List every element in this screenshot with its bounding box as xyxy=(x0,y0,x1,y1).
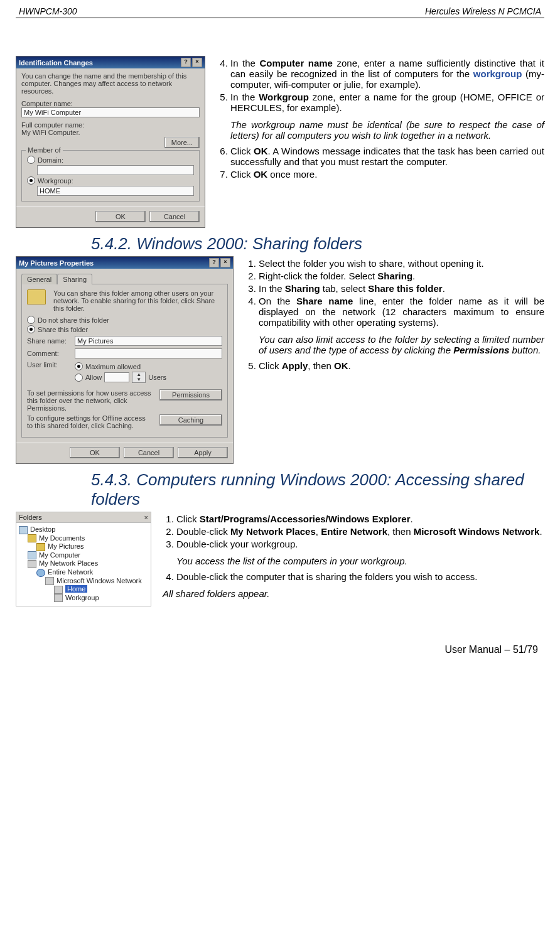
page-header: HWNPCM-300 Hercules Wireless N PCMCIA xyxy=(16,6,544,18)
step-3: In the Sharing tab, select Share this fo… xyxy=(259,283,544,294)
page-footer: User Manual – 51/79 xyxy=(16,644,544,655)
tree-item-my-documents[interactable]: My Documents xyxy=(18,534,149,543)
workgroup-label: Workgroup: xyxy=(38,177,73,185)
step-3: Double-click your workgroup. xyxy=(176,539,544,549)
header-right: Hercules Wireless N PCMCIA xyxy=(425,6,541,16)
workgroup-keyword: workgroup xyxy=(473,68,522,79)
instruction-list-1: In the Computer name zone, enter a name … xyxy=(217,58,544,113)
folder-icon xyxy=(28,534,36,542)
step-4: Double-click the computer that is sharin… xyxy=(176,571,544,582)
domain-radio[interactable]: Domain: xyxy=(27,156,194,164)
user-limit-label: User limit: xyxy=(27,361,71,369)
folder-icon xyxy=(27,289,46,304)
folder-icon xyxy=(36,543,45,551)
cancel-button[interactable]: Cancel xyxy=(149,211,200,222)
tree-item-entire-network[interactable]: Entire Network xyxy=(18,568,149,577)
member-of-legend: Member of xyxy=(26,146,63,154)
tree-item-home[interactable]: Home xyxy=(18,585,149,594)
allow-users-radio[interactable]: Allow ▲▼ Users xyxy=(75,372,222,383)
tree-item-my-computer[interactable]: My Computer xyxy=(18,551,149,560)
caching-button[interactable]: Caching xyxy=(159,414,222,426)
sharing-intro-text: You can share this folder among other us… xyxy=(53,289,222,312)
maximum-allowed-radio[interactable]: Maximum allowed xyxy=(75,362,222,370)
note-workgroup-name: The workgroup name must be identical (be… xyxy=(230,119,544,141)
step-5: Click Apply, then OK. xyxy=(259,360,544,371)
workgroup-input[interactable] xyxy=(37,186,194,196)
close-icon[interactable]: × xyxy=(192,58,202,67)
sharing-tab-panel: You can share this folder among other us… xyxy=(21,284,228,438)
domain-label: Domain: xyxy=(38,156,63,164)
step-7: Click OK once more. xyxy=(230,169,544,180)
full-computer-name-label: Full computer name: xyxy=(21,121,200,129)
spinner-icon[interactable]: ▲▼ xyxy=(132,372,146,383)
dialog-titlebar: My Pictures Properties ? × xyxy=(16,257,233,269)
dialog-intro-text: You can change the name and the membersh… xyxy=(21,72,200,95)
share-this-folder-radio[interactable]: Share this folder xyxy=(27,325,222,333)
folders-tree-header: Folders × xyxy=(16,512,151,523)
share-name-label: Share name: xyxy=(27,337,71,345)
network-icon xyxy=(28,560,36,568)
network-icon xyxy=(54,594,63,602)
network-icon xyxy=(45,577,54,585)
cancel-button[interactable]: Cancel xyxy=(124,447,174,458)
instruction-list-2b: Click Apply, then OK. xyxy=(245,360,544,371)
ok-button[interactable]: OK xyxy=(95,211,146,222)
ok-button[interactable]: OK xyxy=(70,447,120,458)
workgroup-radio[interactable]: Workgroup: xyxy=(27,176,194,185)
allow-count-input[interactable] xyxy=(104,372,129,382)
instruction-list-3b: Double-click the computer that is sharin… xyxy=(163,571,544,582)
tree-item-ms-windows-network[interactable]: Microsoft Windows Network xyxy=(18,577,149,586)
computer-name-label: Computer name: xyxy=(21,100,200,107)
permissions-text: To set permissions for how users access … xyxy=(27,389,156,412)
close-icon[interactable]: × xyxy=(144,514,148,521)
tree-item-workgroup[interactable]: Workgroup xyxy=(18,594,149,603)
note-workgroup-list: You access the list of the computers in … xyxy=(176,556,544,566)
heading-542: 5.4.2. Windows 2000: Sharing folders xyxy=(91,234,544,254)
help-icon[interactable]: ? xyxy=(181,58,191,67)
tab-general[interactable]: General xyxy=(21,274,57,284)
dialog-titlebar: Identification Changes ? × xyxy=(16,57,205,68)
step-2: Double-click My Network Places, Entire N… xyxy=(176,526,544,537)
step-2: Right-click the folder. Select Sharing. xyxy=(259,271,544,281)
close-icon[interactable]: × xyxy=(220,258,230,267)
computer-icon xyxy=(28,551,36,559)
tab-sharing[interactable]: Sharing xyxy=(57,274,92,284)
desktop-icon xyxy=(19,526,28,534)
note-shared-folders: All shared folders appear. xyxy=(163,588,544,599)
comment-label: Comment: xyxy=(27,350,71,357)
more-button[interactable]: More... xyxy=(164,137,200,148)
step-5: In the Workgroup zone, enter a name for … xyxy=(230,92,544,113)
share-name-input[interactable] xyxy=(75,336,222,346)
folders-tree-panel: Folders × Desktop My Documents My Pictur… xyxy=(16,512,151,606)
dialog-title: Identification Changes xyxy=(19,59,93,67)
instructions-column-3: Click Start/Programs/Accessories/Windows… xyxy=(163,512,544,606)
tree-item-my-pictures[interactable]: My Pictures xyxy=(18,542,149,551)
step-1: Select the folder you wish to share, wit… xyxy=(259,258,544,269)
comment-input[interactable] xyxy=(75,348,222,358)
dialog-title: My Pictures Properties xyxy=(19,259,94,267)
permissions-button[interactable]: Permissions xyxy=(159,389,222,401)
do-not-share-radio[interactable]: Do not share this folder xyxy=(27,316,222,324)
computer-name-input[interactable] xyxy=(21,107,200,117)
full-computer-name-value: My WiFi Computer. xyxy=(21,129,200,136)
tree-item-desktop[interactable]: Desktop xyxy=(18,525,149,534)
heading-543: 5.4.3. Computers running Windows 2000: A… xyxy=(91,470,544,509)
header-left: HWNPCM-300 xyxy=(19,6,77,16)
identification-changes-dialog: Identification Changes ? × You can chang… xyxy=(16,56,205,228)
instruction-list-1b: Click OK. A Windows message indicates th… xyxy=(217,146,544,180)
apply-button[interactable]: Apply xyxy=(178,447,228,458)
step-6: Click OK. A Windows message indicates th… xyxy=(230,146,544,167)
globe-icon xyxy=(36,569,45,577)
tree-item-network-places[interactable]: My Network Places xyxy=(18,559,149,568)
step-4: In the Computer name zone, enter a name … xyxy=(230,58,544,90)
domain-input[interactable] xyxy=(37,165,194,175)
help-icon[interactable]: ? xyxy=(209,258,219,267)
member-of-group: Member of Domain: Workgroup: xyxy=(21,150,200,202)
instruction-list-3: Click Start/Programs/Accessories/Windows… xyxy=(163,514,544,549)
instruction-list-2: Select the folder you wish to share, wit… xyxy=(245,258,544,328)
network-icon xyxy=(54,586,63,594)
step-1: Click Start/Programs/Accessories/Windows… xyxy=(176,514,544,524)
instructions-column-1: In the Computer name zone, enter a name … xyxy=(217,56,544,228)
my-pictures-properties-dialog: My Pictures Properties ? × General Shari… xyxy=(16,256,234,464)
caching-text: To configure settings for Offline access… xyxy=(27,414,156,429)
